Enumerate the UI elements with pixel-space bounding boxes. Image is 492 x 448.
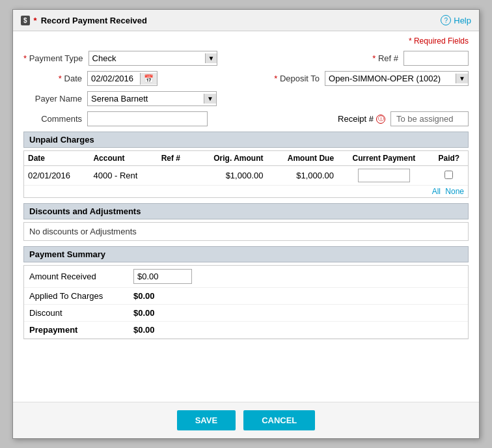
- discount-row: Discount $0.00: [24, 305, 468, 322]
- unpaid-charges-table-wrapper: Date Account Ref # Orig. Amount Amount D…: [23, 150, 469, 198]
- comments-input[interactable]: [87, 111, 208, 126]
- applied-to-charges-label: Applied To Charges: [29, 291, 133, 301]
- discount-value: $0.00: [133, 308, 155, 318]
- title-icon: $: [21, 16, 30, 25]
- discounts-section: No discounts or Adjustments: [23, 222, 469, 241]
- dialog-header: $ * Record Payment Received ? Help: [13, 10, 479, 31]
- payer-name-dropdown-btn[interactable]: ▼: [204, 94, 216, 104]
- payment-type-row: * Payment Type ▼ * Ref #: [23, 51, 469, 66]
- payer-name-row: Payer Name ▼: [23, 91, 469, 106]
- none-link[interactable]: None: [445, 187, 464, 196]
- receipt-label-area: Receipt # ⓘ: [338, 114, 385, 124]
- receipt-info-icon[interactable]: ⓘ: [376, 115, 385, 124]
- deposit-to-select[interactable]: ▼: [325, 71, 469, 86]
- prepayment-row: Prepayment $0.00: [24, 322, 468, 339]
- row-account: 4000 - Rent: [89, 166, 157, 186]
- discounts-header: Discounts and Adjustments: [23, 203, 469, 219]
- date-input[interactable]: [88, 72, 140, 85]
- payment-summary-header: Payment Summary: [23, 246, 469, 262]
- payment-summary-section: Amount Received Applied To Charges $0.00…: [23, 265, 469, 339]
- no-discounts-text: No discounts or Adjustments: [24, 223, 468, 240]
- col-current-payment: Current Payment: [338, 151, 430, 166]
- dialog-record-payment: $ * Record Payment Received ? Help * Req…: [12, 9, 480, 439]
- cancel-button[interactable]: CANCEL: [243, 410, 315, 430]
- date-label: * Date: [23, 74, 82, 83]
- prepayment-label: Prepayment: [29, 325, 133, 335]
- dialog-footer: SAVE CANCEL: [13, 402, 479, 438]
- col-date: Date: [24, 151, 89, 166]
- row-current-payment[interactable]: [338, 166, 430, 186]
- comments-label: Comments: [23, 114, 82, 124]
- help-icon: ?: [441, 15, 451, 25]
- unpaid-charges-header: Unpaid Charges: [23, 132, 469, 148]
- help-label: Help: [454, 16, 471, 25]
- date-row: * Date 📅 * Deposit To ▼: [23, 71, 469, 86]
- payment-type-label: * Payment Type: [23, 53, 83, 63]
- all-link[interactable]: All: [432, 187, 441, 196]
- amount-received-row: Amount Received: [24, 266, 468, 288]
- ref-label: * Ref #: [366, 53, 398, 63]
- payment-type-select[interactable]: ▼: [89, 51, 218, 66]
- dialog-body: * Required Fields * Payment Type ▼ * Ref…: [13, 31, 479, 402]
- row-date: 02/01/2016: [24, 166, 89, 186]
- paid-checkbox[interactable]: [444, 171, 453, 179]
- charges-table-header-row: Date Account Ref # Orig. Amount Amount D…: [24, 151, 468, 166]
- row-amount-due: $1,000.00: [267, 166, 338, 186]
- table-row: 02/01/2016 4000 - Rent $1,000.00 $1,000.…: [24, 166, 468, 186]
- asterisk-indicator: *: [34, 16, 37, 25]
- dialog-title-text: Record Payment Received: [41, 16, 147, 25]
- col-ref: Ref #: [157, 151, 193, 166]
- row-ref: [157, 166, 193, 186]
- help-link[interactable]: ? Help: [441, 15, 471, 25]
- col-orig-amount: Orig. Amount: [193, 151, 267, 166]
- prepayment-value: $0.00: [133, 325, 155, 335]
- row-paid[interactable]: [430, 166, 468, 186]
- required-note: * Required Fields: [23, 36, 469, 46]
- receipt-value: To be assigned: [390, 111, 469, 126]
- deposit-to-dropdown-btn[interactable]: ▼: [456, 74, 468, 83]
- col-account: Account: [89, 151, 157, 166]
- save-button[interactable]: SAVE: [177, 410, 236, 430]
- applied-to-charges-value: $0.00: [133, 291, 155, 301]
- discount-label: Discount: [29, 308, 133, 318]
- payer-name-input[interactable]: [88, 92, 204, 105]
- comments-row: Comments Receipt # ⓘ To be assigned: [23, 111, 469, 126]
- deposit-to-label: * Deposit To: [267, 74, 320, 83]
- charges-table: Date Account Ref # Orig. Amount Amount D…: [24, 151, 468, 186]
- col-paid: Paid?: [430, 151, 468, 166]
- col-amount-due: Amount Due: [267, 151, 338, 166]
- row-orig-amount: $1,000.00: [193, 166, 267, 186]
- amount-received-input[interactable]: [133, 269, 192, 284]
- payer-name-label: Payer Name: [23, 94, 82, 104]
- payment-type-dropdown-btn[interactable]: ▼: [205, 53, 217, 63]
- deposit-to-input[interactable]: [325, 72, 456, 85]
- current-payment-input[interactable]: [358, 169, 410, 182]
- applied-to-charges-row: Applied To Charges $0.00: [24, 288, 468, 305]
- ref-input[interactable]: [403, 51, 469, 66]
- calendar-icon[interactable]: 📅: [140, 73, 157, 85]
- all-none-links: All None: [24, 186, 468, 197]
- amount-received-label: Amount Received: [29, 272, 133, 281]
- payer-name-select[interactable]: ▼: [87, 91, 217, 106]
- date-input-wrapper[interactable]: 📅: [87, 71, 157, 86]
- dialog-title-area: $ * Record Payment Received: [21, 16, 147, 25]
- payment-type-input[interactable]: [89, 51, 205, 65]
